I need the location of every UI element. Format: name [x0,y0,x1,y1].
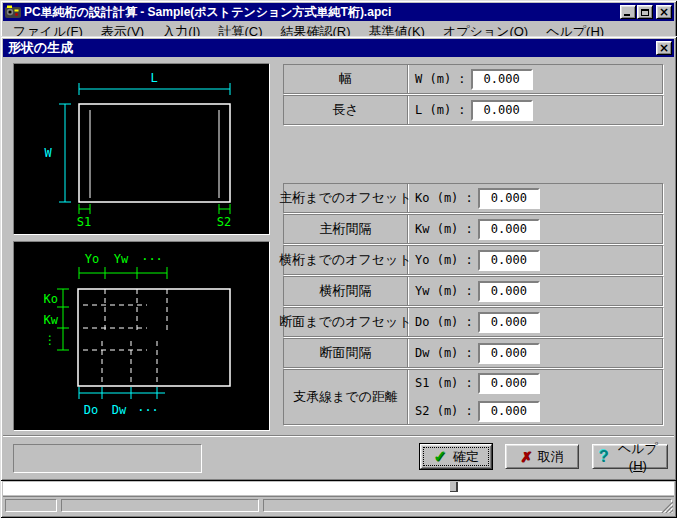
row-code: W (m) : [415,72,466,86]
close-icon: × [659,7,669,17]
dimension-D [79,387,165,399]
focus-rect [423,447,489,466]
help-button-label: ヘルプ(H) [615,440,661,473]
bearing-s2-input[interactable] [478,401,540,422]
form-row-bearing-distance: 支承線までの距離 S1 (m) : S2 (m) : [283,369,663,425]
row-code: Kw (m) : [415,222,473,236]
row-label: 横桁までのオフセット [284,246,408,274]
label-S2: S2 [217,215,231,229]
statusbar [3,496,674,514]
help-button[interactable]: ? ヘルプ(H) [592,444,668,469]
row-label: 断面までのオフセット [284,308,408,336]
statusbar-panel-1 [5,499,57,512]
row-label: 主桁間隔 [284,215,408,243]
label-D-dots: ··· [137,403,159,417]
dimension-W [59,104,71,202]
label-Kw: Kw [44,313,59,327]
plan-preview-diagram: L W S1 S2 [13,63,270,235]
deck-outline [78,289,230,386]
row-label: 支承線までの距離 [284,370,408,424]
window-title: PC単純桁の設計計算 - Sample(ポストテンション方式単純T桁).apci [24,4,619,21]
row-label: 断面間隔 [284,339,408,367]
grid-preview-diagram: Yo Yw ··· Ko Kw ⋮ [13,241,270,431]
label-K-dots: ⋮ [44,333,56,347]
form-row-length: 長さ L (m) : [283,95,663,125]
form-row-girder-spacing: 主桁間隔 Kw (m) : [283,214,663,244]
row-code: Yo (m) : [415,253,473,267]
cancel-button[interactable]: ✗ 取消 [505,444,579,469]
label-Yw: Yw [114,252,129,266]
girder-spacing-input[interactable] [478,219,540,240]
label-Do: Do [84,403,98,417]
dimension-S1 [79,204,90,214]
statusbar-panel-2 [61,499,259,512]
label-Dw: Dw [112,403,127,417]
width-input[interactable] [471,69,533,90]
question-icon: ? [599,450,609,464]
girder-offset-input[interactable] [478,188,540,209]
app-window: PC単純桁の設計計算 - Sample(ポストテンション方式単純T桁).apci… [0,0,677,518]
form-row-section-offset: 断面までのオフセット Do (m) : [283,307,663,337]
main-titlebar: PC単純桁の設計計算 - Sample(ポストテンション方式単純T桁).apci… [3,3,674,21]
row-code: Yw (m) : [415,284,473,298]
form-group-dimensions: 幅 W (m) : 長さ L (m) : [283,64,663,126]
label-S1: S1 [77,215,91,229]
app-icon [5,5,21,20]
minimize-icon [624,14,630,16]
girder-dashed-lines [83,289,167,383]
form-row-crossbeam-spacing: 横桁間隔 Yw (m) : [283,276,663,306]
dialog-title: 形状の生成 [5,39,655,57]
row-code: Ko (m) : [415,191,473,205]
dimension-K [57,289,69,350]
deck-outline [79,104,230,202]
row-label: 横桁間隔 [284,277,408,305]
label-Yo: Yo [85,252,99,266]
confirm-button[interactable]: ✓ 確定 [420,444,492,469]
dimension-Y [79,267,167,279]
label-Y-dots: ··· [141,252,163,266]
row-label: 幅 [284,65,408,93]
message-panel [13,444,202,473]
minimize-button[interactable] [620,5,636,19]
row-label: 長さ [284,96,408,124]
label-W: W [44,146,52,160]
main-client-strip [3,482,674,495]
dimension-S2 [219,204,230,214]
form-row-crossbeam-offset: 横桁までのオフセット Yo (m) : [283,245,663,275]
resize-grip[interactable] [660,500,673,513]
maximize-button[interactable] [637,5,653,19]
form-row-section-spacing: 断面間隔 Dw (m) : [283,338,663,368]
bearing-s1-input[interactable] [478,373,540,394]
row-code: Dw (m) : [415,346,473,360]
dialog-close-button[interactable]: × [656,41,672,55]
form-row-girder-offset: 主桁までのオフセット Ko (m) : [283,183,663,213]
cross-icon: ✗ [520,450,532,464]
crossbeam-spacing-input[interactable] [478,281,540,302]
close-button[interactable]: × [656,5,672,19]
label-Ko: Ko [44,292,58,306]
length-input[interactable] [471,100,533,121]
splitter-handle[interactable] [450,482,458,492]
section-offset-input[interactable] [478,312,540,333]
dialog-titlebar: 形状の生成 × [3,39,674,57]
row-code: S2 (m) : [415,404,473,418]
row-label: 主桁までのオフセット [284,184,408,212]
section-spacing-input[interactable] [478,343,540,364]
crossbeam-offset-input[interactable] [478,250,540,271]
form-group-layout: 主桁までのオフセット Ko (m) : 主桁間隔 Kw (m) : 横桁までのオ… [283,183,663,426]
cancel-button-label: 取消 [538,448,564,466]
row-code: Do (m) : [415,315,473,329]
shape-generation-dialog: 形状の生成 × L [0,36,677,481]
form-row-width: 幅 W (m) : [283,64,663,94]
maximize-icon [641,9,649,16]
dialog-close-icon: × [659,43,669,53]
label-L: L [150,71,157,85]
row-code: L (m) : [415,103,466,117]
statusbar-panel-3 [263,499,672,512]
dialog-separator [3,435,674,437]
row-code: S1 (m) : [415,376,473,390]
